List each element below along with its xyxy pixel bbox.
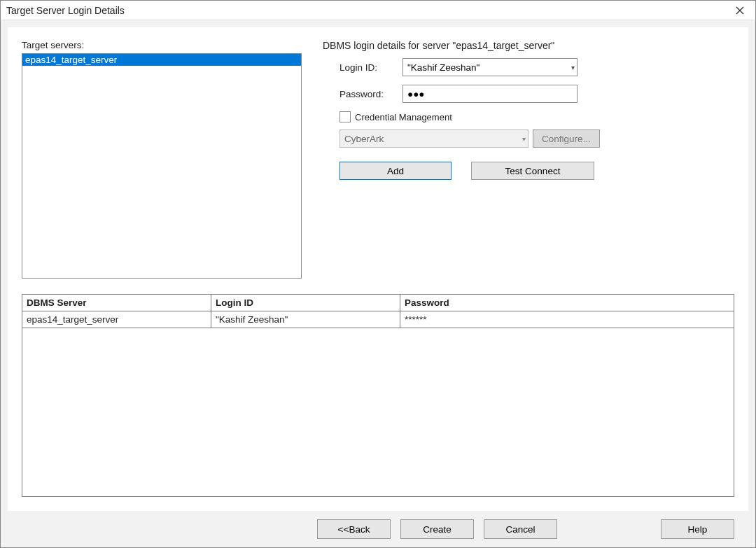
cell-server: epas14_target_server — [22, 311, 211, 328]
add-button[interactable]: Add — [340, 162, 451, 180]
target-servers-label: Target servers: — [22, 40, 302, 50]
col-dbms-server: DBMS Server — [22, 295, 211, 311]
close-icon[interactable] — [730, 1, 750, 20]
col-password: Password — [400, 295, 734, 311]
chevron-down-icon: ▾ — [522, 135, 526, 143]
main-panel: Target servers: epas14_target_server DBM… — [8, 27, 748, 511]
dialog-footer: <<Back Create Cancel Help — [8, 511, 748, 547]
credential-provider-select: ▾ — [340, 129, 528, 148]
create-button[interactable]: Create — [400, 519, 474, 539]
col-login-id: Login ID — [211, 295, 400, 311]
window-title: Target Server Login Details — [6, 5, 125, 16]
password-label: Password: — [340, 89, 402, 99]
login-details-header: DBMS login details for server "epas14_ta… — [323, 40, 734, 51]
server-list-item[interactable]: epas14_target_server — [22, 54, 301, 66]
credential-provider-input — [340, 129, 528, 148]
credentials-grid: DBMS Server Login ID Password epas14_tar… — [22, 294, 734, 497]
titlebar: Target Server Login Details — [1, 1, 755, 20]
back-button[interactable]: <<Back — [317, 519, 391, 539]
credential-management-label: Credential Management — [355, 112, 452, 122]
login-id-input[interactable] — [402, 58, 578, 76]
test-connect-button[interactable]: Test Connect — [471, 162, 594, 180]
content-area: Target servers: epas14_target_server DBM… — [1, 20, 755, 547]
table-header-row: DBMS Server Login ID Password — [22, 295, 734, 311]
cell-login: "Kashif Zeeshan" — [211, 311, 400, 328]
dialog-window: Target Server Login Details Target serve… — [0, 0, 756, 548]
configure-button: Configure... — [533, 129, 600, 148]
password-input[interactable] — [402, 85, 578, 103]
cell-password: ****** — [400, 311, 734, 328]
target-servers-list[interactable]: epas14_target_server — [22, 53, 302, 279]
credential-management-checkbox[interactable] — [340, 111, 351, 122]
login-id-label: Login ID: — [340, 62, 402, 73]
login-id-select[interactable]: ▾ — [402, 58, 578, 76]
table-row[interactable]: epas14_target_server "Kashif Zeeshan" **… — [22, 311, 734, 328]
help-button[interactable]: Help — [661, 519, 734, 539]
cancel-button[interactable]: Cancel — [484, 519, 557, 539]
grid-empty-area — [22, 328, 734, 497]
